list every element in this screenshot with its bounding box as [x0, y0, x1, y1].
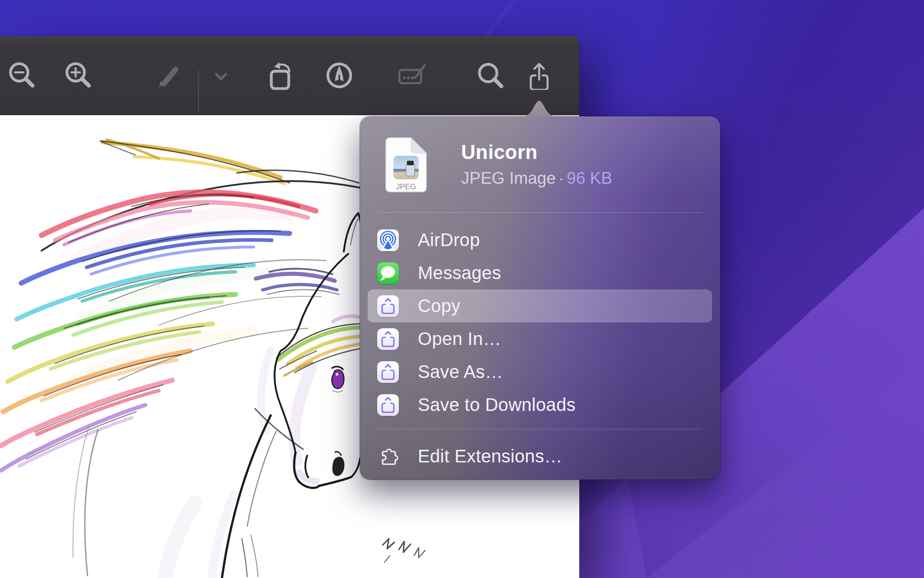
share-menu: AirDrop Messages	[368, 224, 712, 421]
menu-item-edit-extensions[interactable]: Edit Extensions…	[368, 440, 712, 473]
fill-and-sign-icon[interactable]	[397, 61, 426, 90]
share-arrow-icon	[377, 295, 399, 317]
puzzle-icon	[377, 446, 399, 467]
markup-pencil-icon[interactable]	[151, 61, 180, 90]
file-summary: JPEG Unicorn JPEG Image·96 KB	[385, 137, 612, 193]
file-size: 96 KB	[567, 169, 612, 187]
popover-divider-bottom	[378, 429, 702, 429]
file-name: Unicorn	[461, 141, 612, 163]
menu-label: Edit Extensions…	[418, 446, 563, 466]
menu-item-save-to-downloads[interactable]: Save to Downloads	[368, 388, 712, 421]
rotate-left-icon[interactable]	[265, 61, 294, 90]
annotate-pen-icon[interactable]	[325, 61, 354, 90]
popover-divider-top	[378, 212, 702, 213]
menu-label: AirDrop	[418, 230, 480, 250]
toolbar	[0, 36, 579, 115]
menu-label: Open In…	[418, 329, 501, 349]
menu-item-messages[interactable]: Messages	[368, 256, 712, 289]
menu-item-save-as[interactable]: Save As…	[368, 355, 712, 388]
share-arrow-icon	[377, 361, 399, 383]
menu-label: Messages	[418, 263, 501, 283]
file-meta: JPEG Image·96 KB	[461, 169, 612, 188]
file-type: JPEG Image	[461, 169, 556, 187]
chevron-down-icon[interactable]	[208, 64, 234, 89]
file-meta-separator: ·	[556, 169, 567, 187]
search-icon[interactable]	[476, 61, 504, 90]
file-badge: JPEG	[396, 182, 416, 191]
menu-label: Save As…	[418, 362, 503, 382]
menu-item-airdrop[interactable]: AirDrop	[368, 224, 712, 256]
messages-icon	[377, 262, 399, 284]
menu-label: Copy	[418, 296, 461, 316]
menu-label: Save to Downloads	[418, 395, 576, 415]
menu-item-open-in[interactable]: Open In…	[368, 322, 712, 355]
popover-arrow	[516, 99, 563, 117]
zoom-out-icon[interactable]	[7, 61, 36, 90]
jpeg-file-icon: JPEG	[385, 137, 427, 193]
share-arrow-icon	[377, 394, 399, 416]
share-icon[interactable]	[525, 61, 554, 90]
toolbar-divider	[198, 70, 199, 112]
airdrop-icon	[377, 229, 399, 251]
share-popover: JPEG Unicorn JPEG Image·96 KB AirDr	[360, 117, 720, 480]
share-arrow-icon	[377, 328, 399, 350]
menu-item-copy[interactable]: Copy	[368, 289, 712, 322]
zoom-in-icon[interactable]	[64, 61, 92, 90]
